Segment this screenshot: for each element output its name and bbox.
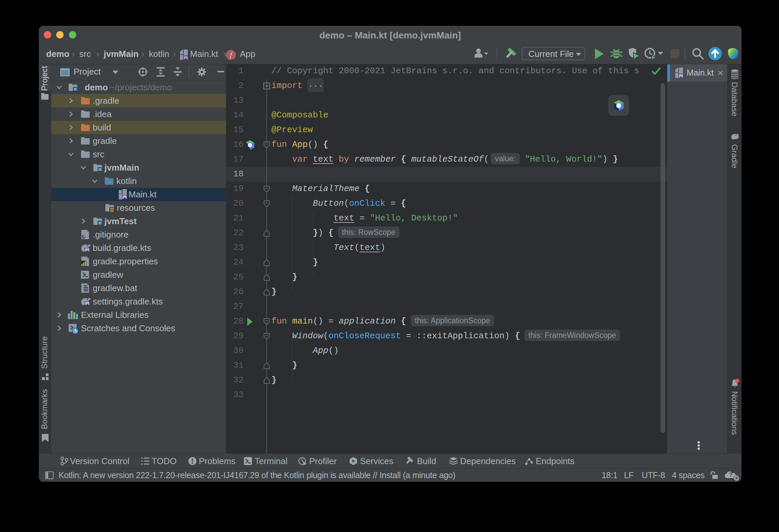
- svg-text:?: ?: [729, 471, 732, 478]
